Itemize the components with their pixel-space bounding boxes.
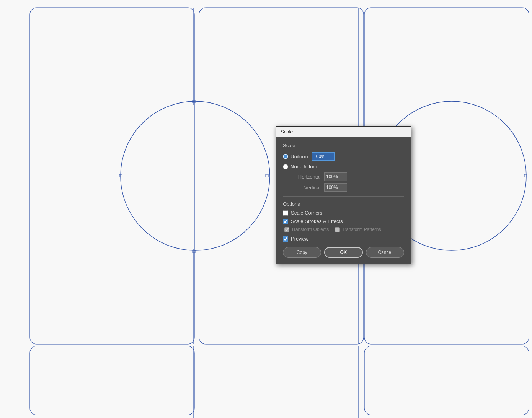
scale-corners-label[interactable]: Scale Corners: [291, 210, 322, 216]
ok-button[interactable]: OK: [324, 247, 363, 258]
dialog-container: Scale Scale Uniform: Non-Uniform Horizon…: [276, 126, 411, 264]
dialog-titlebar[interactable]: Scale: [276, 127, 411, 137]
uniform-radio-label[interactable]: Uniform:: [290, 154, 309, 159]
transform-patterns-checkbox[interactable]: [335, 227, 340, 232]
nonuniform-radio-row: Non-Uniform: [283, 164, 404, 169]
transform-patterns-label: Transform Patterns: [342, 227, 381, 232]
scale-strokes-row: Scale Strokes & Effects: [283, 218, 404, 224]
preview-row: Preview: [283, 236, 404, 242]
canvas-area: [0, 0, 532, 418]
scale-strokes-label[interactable]: Scale Strokes & Effects: [291, 218, 343, 224]
uniform-radio-row: Uniform:: [283, 152, 404, 161]
scale-corners-checkbox[interactable]: [283, 210, 288, 216]
scale-section-label: Scale: [283, 143, 404, 148]
options-section-label: Options: [283, 201, 404, 207]
vertical-field-row: Vertical:: [291, 183, 404, 192]
transform-objects-item: Transform Objects: [284, 227, 329, 232]
transform-sub-row: Transform Objects Transform Patterns: [284, 227, 404, 232]
cancel-button[interactable]: Cancel: [366, 247, 404, 258]
scale-strokes-checkbox[interactable]: [283, 219, 288, 224]
canvas-svg: [0, 0, 532, 418]
vertical-input[interactable]: [324, 183, 347, 192]
scale-dialog: Scale Scale Uniform: Non-Uniform Horizon…: [276, 126, 411, 264]
preview-checkbox[interactable]: [283, 236, 288, 242]
transform-objects-label: Transform Objects: [291, 227, 329, 232]
scale-corners-row: Scale Corners: [283, 210, 404, 216]
dialog-body: Scale Uniform: Non-Uniform Horizontal: V…: [276, 137, 411, 264]
transform-patterns-item: Transform Patterns: [335, 227, 381, 232]
preview-label[interactable]: Preview: [291, 236, 308, 242]
copy-button[interactable]: Copy: [283, 247, 321, 258]
horizontal-input[interactable]: [324, 172, 347, 181]
button-row: Copy OK Cancel: [283, 247, 404, 258]
horizontal-label: Horizontal:: [291, 174, 322, 180]
dialog-title: Scale: [281, 129, 293, 135]
uniform-radio[interactable]: [283, 154, 288, 159]
vertical-label: Vertical:: [291, 185, 322, 190]
uniform-value-input[interactable]: [312, 152, 335, 161]
divider-1: [283, 196, 404, 197]
svg-rect-0: [0, 0, 532, 418]
horizontal-field-row: Horizontal:: [291, 172, 404, 181]
nonuniform-radio-label[interactable]: Non-Uniform: [290, 164, 319, 169]
nonuniform-radio[interactable]: [283, 164, 288, 169]
transform-objects-checkbox[interactable]: [284, 227, 289, 232]
